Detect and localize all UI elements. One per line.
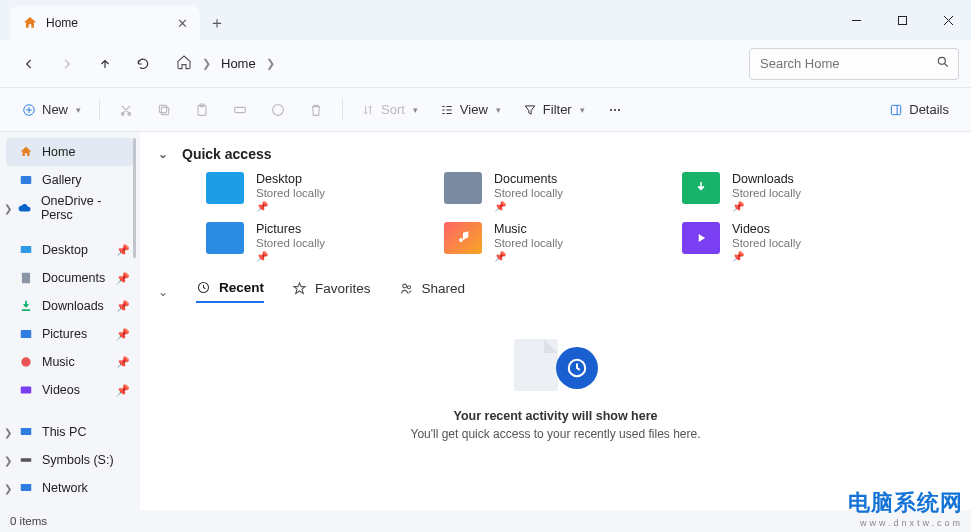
title-bar: Home ✕ ＋: [0, 0, 971, 40]
forward-button[interactable]: [50, 47, 84, 81]
share-button[interactable]: [262, 94, 294, 126]
sidebar-item-desktop[interactable]: Desktop📌: [0, 236, 140, 264]
folder-icon: [444, 172, 482, 204]
back-button[interactable]: [12, 47, 46, 81]
copy-button[interactable]: [148, 94, 180, 126]
qa-name: Music: [494, 222, 563, 236]
qa-name: Pictures: [256, 222, 325, 236]
more-button[interactable]: [599, 94, 631, 126]
item-count: 0 items: [10, 515, 47, 527]
folder-icon: [206, 172, 244, 204]
rename-button[interactable]: [224, 94, 256, 126]
svg-rect-20: [21, 176, 32, 184]
breadcrumb[interactable]: ❯ Home ❯: [176, 54, 745, 73]
sidebar-item-videos[interactable]: Videos📌: [0, 376, 140, 404]
sidebar-item-network[interactable]: ❯Network: [0, 474, 140, 502]
sidebar-item-label: Downloads: [42, 299, 104, 313]
svg-rect-27: [21, 458, 32, 462]
refresh-button[interactable]: [126, 47, 160, 81]
minimize-button[interactable]: [833, 0, 879, 40]
close-tab-icon[interactable]: ✕: [174, 15, 190, 31]
sidebar-item-label: OneDrive - Persc: [41, 194, 130, 222]
sidebar-item-symbols[interactable]: ❯Symbols (S:): [0, 446, 140, 474]
tab-home[interactable]: Home ✕: [10, 6, 200, 40]
qa-item-videos[interactable]: VideosStored locally📌: [682, 222, 912, 262]
svg-point-16: [614, 108, 616, 110]
search-box[interactable]: [749, 48, 959, 80]
details-button[interactable]: Details: [881, 94, 957, 126]
filter-label: Filter: [543, 102, 572, 117]
tab-recent[interactable]: Recent: [196, 280, 264, 303]
sidebar-item-thispc[interactable]: ❯This PC: [0, 418, 140, 446]
search-icon[interactable]: [936, 55, 950, 73]
svg-point-31: [407, 286, 410, 289]
qa-item-music[interactable]: MusicStored locally📌: [444, 222, 674, 262]
sidebar-item-onedrive[interactable]: ❯OneDrive - Persc: [0, 194, 140, 222]
watermark-url: www.dnxtw.com: [848, 518, 963, 528]
sidebar-item-pictures[interactable]: Pictures📌: [0, 320, 140, 348]
sidebar-item-gallery[interactable]: Gallery: [0, 166, 140, 194]
qa-name: Videos: [732, 222, 801, 236]
new-label: New: [42, 102, 68, 117]
pin-icon: 📌: [116, 244, 130, 257]
sidebar-item-label: Gallery: [42, 173, 82, 187]
close-window-button[interactable]: [925, 0, 971, 40]
chevron-right-icon[interactable]: ❯: [4, 427, 12, 438]
tab-favorites[interactable]: Favorites: [292, 281, 371, 302]
svg-rect-28: [21, 484, 32, 491]
qa-item-desktop[interactable]: DesktopStored locally📌: [206, 172, 436, 212]
sidebar-item-documents[interactable]: Documents📌: [0, 264, 140, 292]
qa-sub: Stored locally: [494, 187, 563, 199]
view-button[interactable]: View▾: [432, 94, 509, 126]
pin-icon: 📌: [116, 384, 130, 397]
network-icon: [18, 480, 34, 496]
pin-icon: 📌: [494, 201, 563, 212]
sidebar-item-music[interactable]: Music📌: [0, 348, 140, 376]
pin-icon: 📌: [256, 201, 325, 212]
search-input[interactable]: [760, 56, 928, 71]
quick-access-header[interactable]: ⌄ Quick access: [158, 146, 953, 162]
qa-item-documents[interactable]: DocumentsStored locally📌: [444, 172, 674, 212]
qa-sub: Stored locally: [732, 187, 801, 199]
tab-shared[interactable]: Shared: [399, 281, 466, 302]
sidebar-item-home[interactable]: Home: [6, 138, 134, 166]
chevron-down-icon[interactable]: ⌄: [158, 285, 168, 299]
sidebar-item-downloads[interactable]: Downloads📌: [0, 292, 140, 320]
sort-label: Sort: [381, 102, 405, 117]
pc-icon: [18, 424, 34, 440]
sidebar-item-label: Network: [42, 481, 88, 495]
new-tab-button[interactable]: ＋: [200, 6, 234, 40]
filter-button[interactable]: Filter▾: [515, 94, 593, 126]
chevron-down-icon[interactable]: ⌄: [158, 147, 168, 161]
svg-point-24: [21, 357, 30, 366]
document-icon: [514, 339, 558, 391]
svg-point-30: [402, 284, 406, 288]
sort-button[interactable]: Sort▾: [353, 94, 426, 126]
svg-rect-25: [21, 387, 32, 394]
chevron-right-icon[interactable]: ❯: [4, 455, 12, 466]
breadcrumb-home[interactable]: Home: [221, 56, 256, 71]
main-content: ⌄ Quick access DesktopStored locally📌 Do…: [140, 132, 971, 510]
empty-illustration: [514, 339, 598, 395]
pin-icon: 📌: [732, 251, 801, 262]
chevron-right-icon[interactable]: ❯: [4, 203, 12, 214]
qa-name: Desktop: [256, 172, 325, 186]
svg-line-5: [945, 63, 948, 66]
qa-name: Downloads: [732, 172, 801, 186]
empty-state: Your recent activity will show here You'…: [158, 339, 953, 441]
folder-icon: [682, 222, 720, 254]
cut-button[interactable]: [110, 94, 142, 126]
qa-item-downloads[interactable]: DownloadsStored locally📌: [682, 172, 912, 212]
maximize-button[interactable]: [879, 0, 925, 40]
chevron-right-icon[interactable]: ❯: [4, 483, 12, 494]
toolbar: New▾ Sort▾ View▾ Filter▾ Details: [0, 88, 971, 132]
delete-button[interactable]: [300, 94, 332, 126]
tab-title: Home: [46, 16, 166, 30]
tab-label: Shared: [422, 281, 466, 296]
new-button[interactable]: New▾: [14, 94, 89, 126]
sidebar-item-label: Pictures: [42, 327, 87, 341]
qa-item-pictures[interactable]: PicturesStored locally📌: [206, 222, 436, 262]
svg-rect-1: [898, 16, 906, 24]
up-button[interactable]: [88, 47, 122, 81]
paste-button[interactable]: [186, 94, 218, 126]
